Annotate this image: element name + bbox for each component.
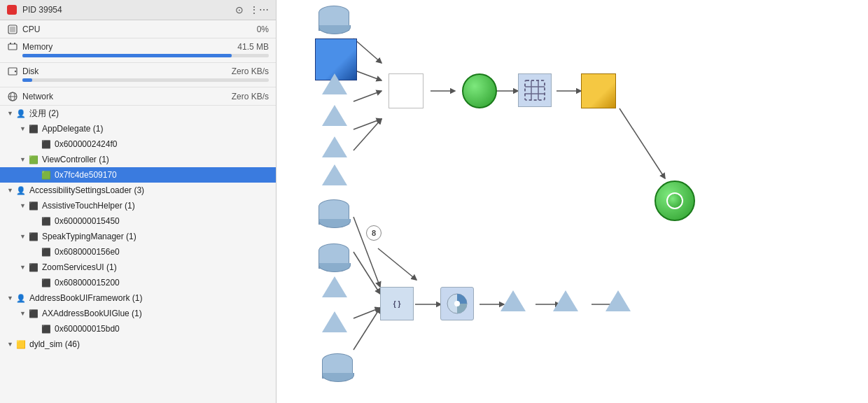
disk-icon: [7, 66, 18, 77]
svg-line-21: [354, 308, 380, 318]
pyramid-shape: [322, 164, 347, 185]
tree-label: 0x7fc4de509170: [55, 170, 117, 180]
node-green-sphere: [462, 73, 497, 108]
svg-point-34: [454, 301, 460, 306]
cpu-value: 0%: [257, 24, 269, 34]
expand-icon: ▼: [20, 310, 27, 317]
tree-label: AXAddressBookUIGlue (1): [42, 309, 142, 318]
tree-label: dyld_sim (46): [29, 339, 80, 349]
cylinder-shape: [318, 199, 349, 225]
svg-line-12: [354, 91, 382, 101]
cube-icon: ⬛: [28, 262, 39, 273]
svg-rect-4: [14, 43, 15, 44]
disk-progress-fill: [22, 78, 32, 82]
tree-label: ViewController (1): [42, 155, 109, 164]
node-pyramid-row-2: [553, 290, 578, 311]
tree-label: AppDelegate (1): [42, 124, 103, 134]
tree-item-axaddressbook-addr[interactable]: ⬛ 0x600000015bd0: [0, 321, 276, 337]
memory-stat-row: Memory 41.5 MB: [0, 38, 276, 63]
green-sphere-shape: [462, 73, 497, 108]
tree-item-appdelegate[interactable]: ▼ ⬛ AppDelegate (1): [0, 121, 276, 136]
node-pyramid-5: [322, 276, 347, 297]
tree-item-addressbook[interactable]: ▼ 👤 AddressBookUIFramework (1): [0, 290, 276, 306]
tree-item-axaddressbook[interactable]: ▼ ⬛ AXAddressBookUIGlue (1): [0, 306, 276, 321]
cylinder-shape: [318, 243, 349, 269]
tree-item-noname[interactable]: ▼ 👤 没用 (2): [0, 106, 276, 121]
svg-rect-28: [525, 80, 545, 100]
memory-icon: [7, 41, 18, 52]
tree-label: AssistiveTouchHelper (1): [42, 201, 135, 211]
cube-icon: ⬛: [41, 323, 52, 334]
right-panel: 8 { }: [276, 0, 868, 403]
tree-item-speaktyping[interactable]: ▼ ⬛ SpeakTypingManager (1): [0, 229, 276, 244]
node-cylinder-4: [322, 353, 353, 379]
tree-item-zoomservices[interactable]: ▼ ⬛ ZoomServicesUI (1): [0, 260, 276, 275]
badge-8: 8: [366, 225, 382, 241]
disk-progress-bar: [22, 78, 269, 82]
tree-label: SpeakTypingManager (1): [42, 232, 136, 241]
pyramid-shape: [322, 136, 347, 157]
person-icon: 👤: [15, 185, 27, 196]
tree-label: 没用 (2): [29, 108, 59, 120]
json-icon: { }: [380, 287, 414, 320]
green-sphere-shape: [654, 181, 695, 221]
pyramid-shape: [322, 276, 347, 297]
cube-icon: ⬛: [28, 200, 39, 211]
tree-label: ZoomServicesUI (1): [42, 262, 117, 272]
refresh-icon[interactable]: ⊙: [235, 4, 244, 15]
pyramid-shape: [500, 290, 526, 311]
network-icon: [7, 91, 18, 102]
tree-item-viewcontroller[interactable]: ▼ 🟩 ViewController (1): [0, 152, 276, 167]
pyramid-shape: [553, 290, 578, 311]
tree-item-dyldsim[interactable]: ▼ 🟨 dyld_sim (46): [0, 337, 276, 352]
tree-label: 0x600000015bd0: [55, 324, 120, 334]
svg-line-27: [378, 248, 416, 280]
tree-label: 0x608000015200: [55, 278, 120, 288]
node-pie-box: [440, 287, 474, 320]
cube-icon: ⬛: [28, 123, 39, 134]
expand-icon: ▼: [7, 187, 14, 194]
tree-item-accessibilitysettings[interactable]: ▼ 👤 AccessibilitySettingsLoader (3): [0, 183, 276, 198]
pyramid-shape: [606, 290, 631, 311]
disk-label: Disk: [22, 66, 232, 76]
svg-rect-3: [10, 43, 11, 44]
cpu-stat-row: CPU 0%: [0, 20, 276, 38]
pid-text: PID 39954: [22, 5, 230, 15]
menu-icon[interactable]: ⋮⋯: [249, 4, 269, 15]
expand-icon: ▼: [7, 341, 14, 348]
node-badge-8: 8: [366, 225, 382, 241]
cube-icon: ⬛: [28, 308, 39, 319]
node-empty-box: [388, 73, 424, 108]
svg-line-14: [354, 119, 382, 150]
tree-item-assistivetouch[interactable]: ▼ ⬛ AssistiveTouchHelper (1): [0, 198, 276, 213]
node-pyramid-row-1: [500, 290, 526, 311]
tree-item-speaktyping-addr[interactable]: ⬛ 0x6080000156e0: [0, 244, 276, 260]
empty-box-shape: [388, 73, 424, 108]
node-pyramid-row-3: [606, 290, 631, 311]
yellow-cube-shape: [581, 73, 616, 108]
memory-value: 41.5 MB: [237, 42, 269, 52]
tree-item-assistivetouch-addr[interactable]: ⬛ 0x600000015450: [0, 213, 276, 229]
red-dot: [7, 5, 17, 15]
cylinder-shape: [322, 353, 353, 379]
tree-item-viewcontroller-addr[interactable]: 🟩 0x7fc4de509170: [0, 167, 276, 183]
node-pyramid-1: [322, 73, 347, 94]
cylinder-icon: [318, 6, 349, 31]
expand-icon: ▼: [7, 295, 14, 302]
tree-item-appdelegate-addr[interactable]: ⬛ 0x6000002424f0: [0, 136, 276, 152]
disk-stat-row: Disk Zero KB/s: [0, 63, 276, 87]
pyramid-shape: [322, 105, 347, 126]
svg-rect-2: [8, 44, 17, 50]
tree-item-zoomservices-addr[interactable]: ⬛ 0x608000015200: [0, 275, 276, 290]
pie-chart-icon: [440, 287, 474, 320]
node-cylinder-2: [318, 199, 349, 225]
tree-section: ▼ 👤 没用 (2) ▼ ⬛ AppDelegate (1) ⬛ 0x60000…: [0, 106, 276, 403]
node-cylinder-top: [318, 6, 349, 31]
cube-icon: ⬛: [28, 231, 39, 242]
node-json-box: { }: [380, 287, 414, 320]
person-icon: 👤: [15, 108, 27, 119]
tree-label: 0x600000015450: [55, 216, 120, 226]
cube-yellow-icon: 🟨: [15, 339, 27, 350]
person-icon: 👤: [15, 292, 27, 304]
cpu-label: CPU: [22, 24, 257, 34]
